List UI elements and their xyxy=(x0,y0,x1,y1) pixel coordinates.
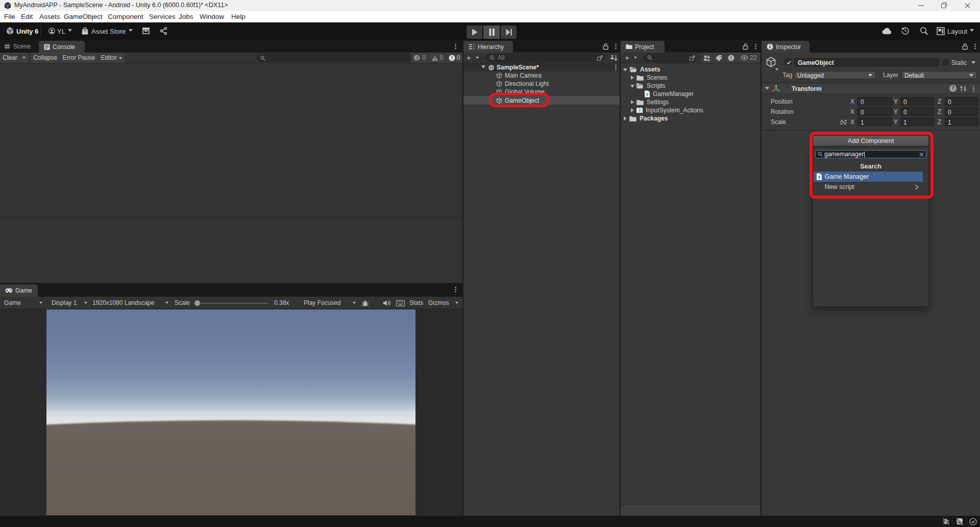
svg-text:#: # xyxy=(818,175,820,180)
svg-text:#: # xyxy=(646,92,648,97)
